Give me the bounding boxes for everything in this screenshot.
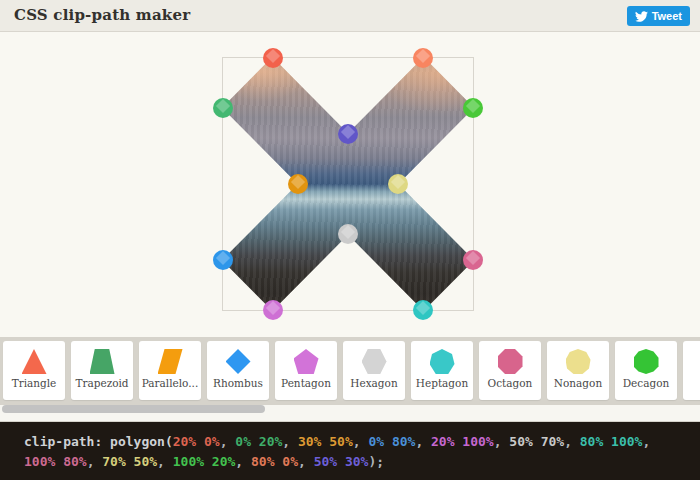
stage [0,32,700,337]
shape-card-rhombus[interactable]: Rhombus [207,341,269,400]
shape-cards: TriangleTrapezoidParallelo...RhombusPent… [0,341,700,400]
heptagon-shape-icon [430,349,455,374]
shape-card-octagon[interactable]: Octagon [479,341,541,400]
octagon-shape-icon [498,349,523,374]
gallery-scrollbar-track[interactable] [0,405,700,421]
shape-card-label: Decagon [615,377,677,389]
gallery-scrollbar-thumb[interactable] [2,405,265,413]
tweet-button-label: Tweet [652,10,682,22]
app-header: CSS clip-path maker Tweet [0,0,700,32]
shape-card-label: Trapezoid [71,377,133,389]
clipped-image[interactable] [222,57,474,311]
shape-card-bevel[interactable]: B [683,341,700,400]
shape-card-label: B [683,377,700,389]
vertex-handle-20-100[interactable] [263,300,283,320]
nonagon-shape-icon [566,349,591,374]
pentagon-shape-icon [294,349,319,374]
shape-card-nonagon[interactable]: Nonagon [547,341,609,400]
hexagon-shape-icon [362,349,387,374]
parallelogram-shape-icon [158,349,183,374]
rhombus-shape-icon [226,349,251,374]
vertex-handle-100-80[interactable] [463,250,483,270]
shape-card-pentagon[interactable]: Pentagon [275,341,337,400]
trapezoid-shape-icon [90,349,115,374]
decagon-shape-icon [634,349,659,374]
shape-card-label: Triangle [3,377,65,389]
vertex-handle-30-50[interactable] [288,174,308,194]
shape-card-label: Nonagon [547,377,609,389]
shape-card-decagon[interactable]: Decagon [615,341,677,400]
vertex-handle-100-20[interactable] [463,98,483,118]
code-output-bar: clip-path: polygon(20% 0%, 0% 20%, 30% 5… [0,422,700,480]
shape-card-hexagon[interactable]: Hexagon [343,341,405,400]
triangle-shape-icon [22,349,47,374]
shape-card-label: Hexagon [343,377,405,389]
shape-card-label: Heptagon [411,377,473,389]
vertex-handle-0-80[interactable] [213,250,233,270]
clip-path-code: clip-path: polygon(20% 0%, 0% 20%, 30% 5… [24,432,676,472]
twitter-icon [635,10,648,23]
shape-card-label: Rhombus [207,377,269,389]
vertex-handle-80-0[interactable] [413,48,433,68]
shape-card-heptagon[interactable]: Heptagon [411,341,473,400]
vertex-handle-80-100[interactable] [413,300,433,320]
shape-gallery: TriangleTrapezoidParallelo...RhombusPent… [0,337,700,422]
vertex-handle-50-30[interactable] [338,124,358,144]
vertex-handle-20-0[interactable] [263,48,283,68]
tweet-button[interactable]: Tweet [627,6,690,26]
shape-card-triangle[interactable]: Triangle [3,341,65,400]
shape-card-trapezoid[interactable]: Trapezoid [71,341,133,400]
vertex-handle-0-20[interactable] [213,98,233,118]
page-title: CSS clip-path maker [14,6,190,24]
shape-card-parallelogram[interactable]: Parallelo... [139,341,201,400]
shape-card-label: Octagon [479,377,541,389]
vertex-handle-50-70[interactable] [338,224,358,244]
clip-bounding-box [222,57,474,311]
shape-card-label: Pentagon [275,377,337,389]
vertex-handle-70-50[interactable] [388,174,408,194]
shape-card-label: Parallelo... [139,377,201,389]
